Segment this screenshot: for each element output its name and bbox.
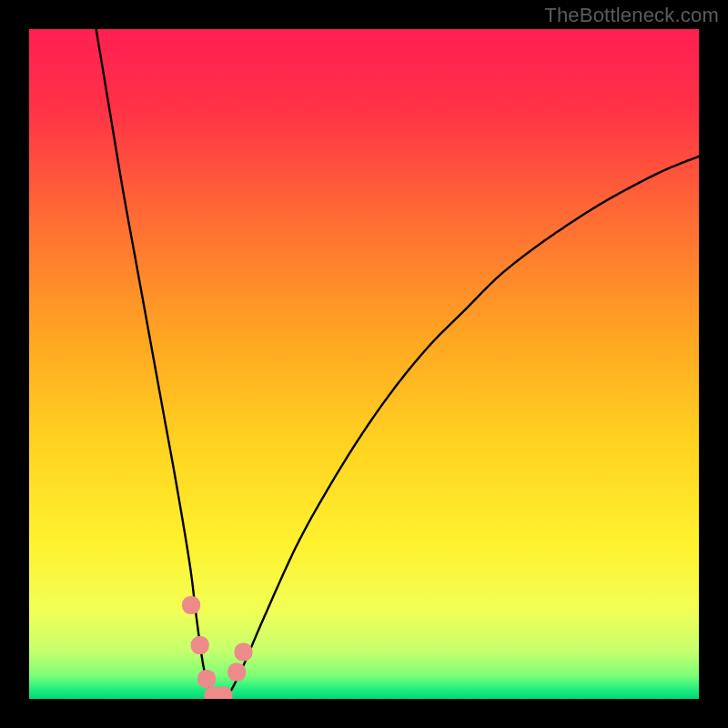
curve-marker [197, 670, 216, 688]
chart-frame: TheBottleneck.com [0, 0, 728, 728]
curve-marker [191, 636, 209, 654]
bottleneck-chart [29, 29, 699, 699]
curve-marker [182, 596, 200, 614]
watermark-text: TheBottleneck.com [544, 4, 719, 27]
curve-marker [228, 663, 246, 682]
plot-area [29, 29, 699, 699]
gradient-background [29, 29, 699, 699]
curve-marker [235, 643, 253, 662]
